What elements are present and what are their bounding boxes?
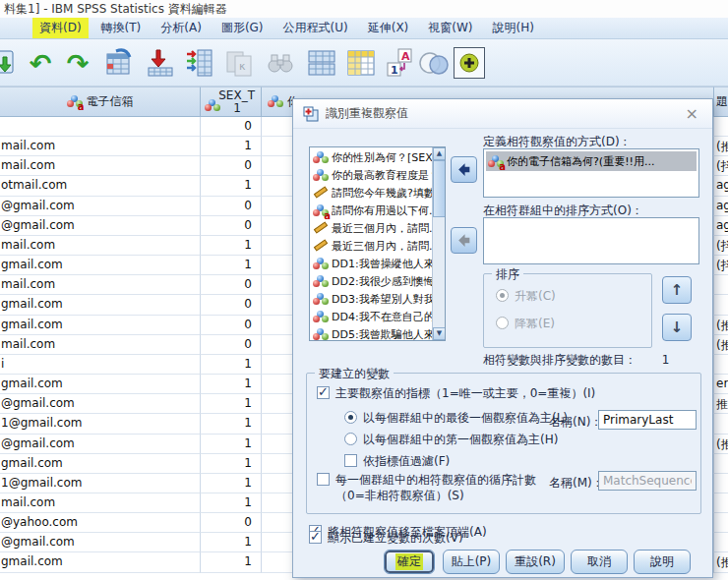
- paste-button[interactable]: 貼上(P): [443, 550, 500, 574]
- cell-sex[interactable]: 1: [201, 355, 262, 375]
- cell-edge[interactable]: [714, 355, 728, 375]
- variable-list-item[interactable]: 你的性別為何？[SEX_...: [310, 148, 445, 166]
- primary-name-input[interactable]: [598, 410, 697, 430]
- cell-email[interactable]: mail.com: [0, 493, 201, 513]
- scroll-down-icon[interactable]: ▼: [433, 327, 446, 340]
- menu-item-t[interactable]: 轉換(T): [94, 18, 149, 38]
- matching-variables-box[interactable]: a 你的電子信箱為何?(重要!!用...: [483, 148, 699, 198]
- column-header-email[interactable]: a 電子信箱: [0, 87, 201, 117]
- cell-email[interactable]: gmail.com: [0, 454, 201, 474]
- dialog-titlebar[interactable]: 識別重複觀察值 ×: [293, 99, 712, 129]
- move-down-button[interactable]: ↓: [662, 314, 692, 341]
- use-variable-sets-icon[interactable]: [417, 46, 451, 80]
- filter-by-indicator-checkbox[interactable]: 依指標值過濾(F): [344, 453, 450, 470]
- ok-button[interactable]: 確定: [384, 550, 435, 574]
- cell-email[interactable]: gmail.com: [0, 295, 201, 315]
- cell-email[interactable]: gmail.com: [0, 552, 201, 572]
- value-labels-grid-icon[interactable]: [344, 46, 378, 80]
- cell-email[interactable]: gmail.com: [0, 256, 201, 275]
- cell-sex[interactable]: 1: [201, 236, 262, 256]
- cell-edge[interactable]: (抖: [714, 156, 728, 176]
- cell-sex[interactable]: 0: [201, 275, 262, 295]
- cell-edge[interactable]: (推: [714, 552, 728, 572]
- variable-list-scrollbar[interactable]: ▲ ▼: [432, 147, 445, 340]
- cancel-button[interactable]: 取消: [571, 550, 628, 574]
- cell-edge[interactable]: age: [714, 176, 728, 196]
- variable-list-item[interactable]: 最近三個月內，請問...: [310, 237, 445, 255]
- cell-edge[interactable]: (推: [714, 137, 728, 156]
- move-up-button[interactable]: ↑: [662, 276, 692, 304]
- cell-edge[interactable]: [714, 275, 728, 295]
- close-icon[interactable]: ×: [682, 104, 702, 123]
- cell-email[interactable]: i: [0, 355, 201, 375]
- cell-sex[interactable]: 1: [201, 375, 262, 394]
- cell-edge[interactable]: (抖: [714, 256, 728, 275]
- cell-edge[interactable]: 推: [714, 394, 728, 414]
- cell-sex[interactable]: 1: [201, 394, 262, 414]
- cell-email[interactable]: gmail.com: [0, 375, 201, 394]
- cell-email[interactable]: @gmail.com: [0, 197, 201, 216]
- menu-item-u[interactable]: 公用程式(U): [276, 18, 355, 38]
- first-case-radio[interactable]: 以每個群組中的第一個觀察值為主(H): [344, 432, 558, 448]
- cell-edge[interactable]: [714, 493, 728, 513]
- variable-list-item[interactable]: DD5:我曾欺騙他人來...: [310, 325, 445, 341]
- help-button[interactable]: 說明: [634, 550, 691, 574]
- cell-edge[interactable]: [714, 454, 728, 474]
- cell-sex[interactable]: 1: [201, 552, 262, 572]
- cell-sex[interactable]: 1: [201, 176, 262, 196]
- cell-edge[interactable]: [714, 117, 728, 137]
- insert-cases-icon[interactable]: [144, 46, 177, 80]
- cell-sex[interactable]: 1: [201, 435, 262, 454]
- primary-indicator-checkbox[interactable]: 主要觀察值的指標（1=唯一或主要，0=重複）(I): [317, 385, 595, 402]
- cell-sex[interactable]: 0: [201, 335, 262, 355]
- cell-edge[interactable]: age: [714, 216, 728, 236]
- cell-sex[interactable]: 0: [201, 117, 262, 137]
- cell-email[interactable]: @gmail.com: [0, 533, 201, 552]
- descending-radio[interactable]: 降冪(E): [496, 316, 555, 332]
- cell-edge[interactable]: age: [714, 197, 728, 216]
- cell-email[interactable]: mail.com: [0, 156, 201, 176]
- variable-list-item[interactable]: 你的最高教育程度是？...: [310, 166, 445, 184]
- cell-edge[interactable]: (抖: [714, 236, 728, 256]
- cell-email[interactable]: gmail.com: [0, 316, 201, 335]
- cell-edge[interactable]: (推: [714, 335, 728, 355]
- cell-email[interactable]: mail.com: [0, 275, 201, 295]
- recall-dialogs-icon[interactable]: [102, 46, 136, 80]
- cell-edge[interactable]: [714, 474, 728, 493]
- variable-list-item[interactable]: DD2:我很少感到懊悔...: [310, 272, 445, 290]
- cell-email[interactable]: mail.com: [0, 236, 201, 256]
- cell-sex[interactable]: 1: [201, 493, 262, 513]
- menu-item-x[interactable]: 延伸(X): [361, 18, 416, 38]
- source-variable-list[interactable]: 你的性別為何？[SEX_... 你的最高教育程度是？... 請問您今年幾歲?填數…: [309, 146, 446, 341]
- cell-edge[interactable]: [714, 295, 728, 315]
- column-header-sex[interactable]: SEX_T 1: [201, 87, 262, 117]
- cell-sex[interactable]: 0: [201, 156, 262, 176]
- cell-sex[interactable]: 1: [201, 454, 262, 474]
- cell-edge[interactable]: er(: [714, 375, 728, 394]
- cell-sex[interactable]: 1: [201, 137, 262, 156]
- variable-list-item[interactable]: DD3:我希望別人對我...: [310, 290, 445, 308]
- split-file-icon[interactable]: κ: [222, 46, 256, 80]
- move-to-sort-button[interactable]: [451, 227, 477, 254]
- last-case-radio[interactable]: 以每個群組中的最後一個觀察值為主(L): [344, 410, 568, 427]
- cell-sex[interactable]: 1: [201, 533, 262, 552]
- cell-sex[interactable]: 0: [201, 197, 262, 216]
- menu-item-d[interactable]: 資料(D): [32, 18, 89, 38]
- ascending-radio[interactable]: 升冪(C): [496, 288, 556, 305]
- display-frequencies-checkbox[interactable]: 顯示已建立變數的次數(V): [309, 530, 463, 547]
- cell-sex[interactable]: 0: [201, 513, 262, 533]
- cell-sex[interactable]: 1: [201, 256, 262, 275]
- cell-sex[interactable]: 1: [201, 414, 262, 434]
- scroll-up-icon[interactable]: ▲: [433, 147, 446, 160]
- cell-email[interactable]: [0, 117, 201, 137]
- cell-edge[interactable]: (推: [714, 435, 728, 454]
- move-to-define-button[interactable]: [451, 156, 477, 183]
- match-sequence-name-input[interactable]: [598, 471, 697, 491]
- selected-variable[interactable]: a 你的電子信箱為何?(重要!!用...: [486, 151, 697, 171]
- variable-list-item[interactable]: DD1:我曾操縱他人來...: [310, 255, 445, 272]
- cell-edge[interactable]: (推: [714, 316, 728, 335]
- cell-email[interactable]: @gmail.com: [0, 394, 201, 414]
- menu-item-g[interactable]: 圖形(G): [214, 18, 271, 38]
- show-all-variables-icon[interactable]: [453, 46, 486, 80]
- menu-item-h[interactable]: 說明(H): [486, 18, 541, 38]
